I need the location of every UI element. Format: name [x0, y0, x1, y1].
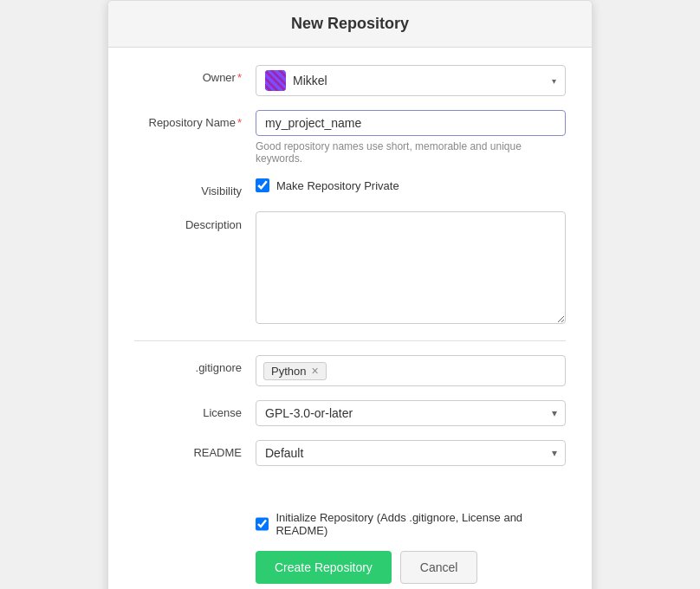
license-label: License [134, 400, 256, 419]
readme-label: README [134, 440, 256, 459]
avatar-pattern [265, 70, 286, 91]
license-content: GPL-3.0-or-later MIT Apache-2.0 None [256, 400, 566, 426]
gitignore-tag-container[interactable]: Python × [256, 355, 566, 386]
owner-label: Owner* [134, 65, 256, 84]
visibility-checkbox[interactable] [256, 178, 269, 192]
gitignore-content: Python × [256, 355, 566, 386]
repo-name-input[interactable] [256, 110, 566, 136]
owner-content: Mikkel ▾ [256, 65, 566, 96]
repo-name-hint: Good repository names use short, memorab… [256, 140, 566, 165]
footer-buttons: Create Repository Cancel [256, 551, 566, 584]
create-repository-button[interactable]: Create Repository [256, 551, 392, 584]
init-repo-label[interactable]: Initialize Repository (Adds .gitignore, … [275, 511, 566, 537]
repo-name-label: Repository Name* [134, 110, 256, 129]
init-checkbox-row: Initialize Repository (Adds .gitignore, … [256, 511, 566, 537]
gitignore-tag: Python × [263, 362, 327, 380]
dialog-title: New Repository [126, 15, 574, 33]
visibility-row: Visibility Make Repository Private [134, 178, 566, 197]
owner-name: Mikkel [293, 74, 327, 87]
description-content [256, 211, 566, 327]
chevron-down-icon: ▾ [552, 76, 556, 86]
gitignore-row: .gitignore Python × [134, 355, 566, 386]
repo-name-required-marker: * [237, 116, 242, 129]
repo-name-row: Repository Name* Good repository names u… [134, 110, 566, 165]
owner-select-inner: Mikkel [265, 70, 327, 91]
visibility-label: Visibility [134, 178, 256, 197]
visibility-content: Make Repository Private [256, 178, 566, 192]
readme-row: README Default None [134, 440, 566, 466]
gitignore-label: .gitignore [134, 355, 256, 374]
readme-content: Default None [256, 440, 566, 466]
owner-select[interactable]: Mikkel ▾ [256, 65, 566, 96]
dialog-header: New Repository [108, 1, 592, 48]
description-input[interactable] [256, 211, 566, 324]
dialog-footer: Initialize Repository (Adds .gitignore, … [108, 497, 592, 589]
description-label: Description [134, 211, 256, 231]
owner-required-marker: * [237, 71, 242, 84]
readme-select[interactable]: Default None [256, 440, 566, 466]
new-repository-dialog: New Repository Owner* Mikkel ▾ [107, 0, 593, 589]
cancel-button[interactable]: Cancel [400, 551, 478, 584]
license-row: License GPL-3.0-or-later MIT Apache-2.0 … [134, 400, 566, 426]
readme-select-wrapper: Default None [256, 440, 566, 466]
license-select[interactable]: GPL-3.0-or-later MIT Apache-2.0 None [256, 400, 566, 426]
visibility-checkbox-label[interactable]: Make Repository Private [276, 179, 399, 192]
section-divider [134, 340, 566, 341]
repo-name-content: Good repository names use short, memorab… [256, 110, 566, 165]
gitignore-tag-remove[interactable]: × [311, 365, 318, 377]
description-row: Description [134, 211, 566, 327]
owner-avatar [265, 70, 286, 91]
visibility-checkbox-row: Make Repository Private [256, 178, 566, 192]
license-select-wrapper: GPL-3.0-or-later MIT Apache-2.0 None [256, 400, 566, 426]
gitignore-tag-label: Python [271, 365, 306, 378]
init-repo-checkbox[interactable] [256, 517, 269, 531]
dialog-body: Owner* Mikkel ▾ Repository Name* [108, 48, 592, 497]
owner-row: Owner* Mikkel ▾ [134, 65, 566, 96]
